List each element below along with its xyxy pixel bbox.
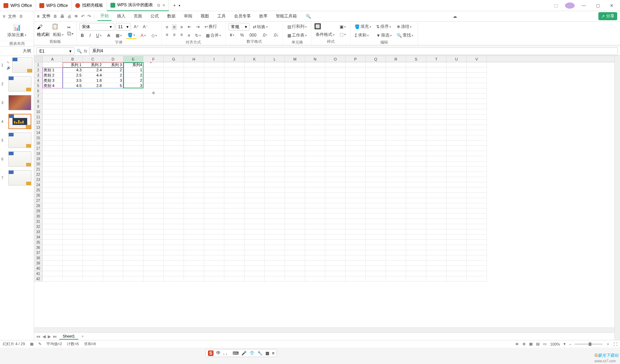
cell[interactable]: [346, 161, 366, 167]
cell[interactable]: [305, 151, 325, 156]
cell[interactable]: [204, 94, 224, 99]
cell[interactable]: [42, 224, 63, 229]
cell[interactable]: [245, 94, 265, 99]
cell[interactable]: [204, 141, 224, 146]
cell[interactable]: [447, 94, 467, 99]
cell[interactable]: [426, 240, 447, 245]
cell[interactable]: [265, 68, 285, 73]
cell[interactable]: [285, 250, 305, 255]
cell[interactable]: [467, 261, 487, 266]
cell[interactable]: [305, 276, 325, 282]
cell[interactable]: [144, 161, 164, 167]
cell[interactable]: [245, 193, 265, 198]
find-button[interactable]: 🔍 查找▾: [395, 32, 415, 39]
cell[interactable]: [83, 208, 103, 214]
cell[interactable]: [63, 245, 83, 250]
cell[interactable]: [42, 88, 63, 94]
cell[interactable]: [63, 203, 83, 208]
cell[interactable]: [204, 167, 224, 172]
row-header[interactable]: 6: [34, 88, 42, 94]
cell[interactable]: [386, 240, 406, 245]
cell[interactable]: [265, 240, 285, 245]
add-sheet-button[interactable]: ＋: [80, 333, 85, 339]
cell[interactable]: [63, 266, 83, 271]
cell[interactable]: [366, 266, 386, 271]
cell[interactable]: [386, 245, 406, 250]
col-header-A[interactable]: A: [42, 56, 63, 62]
cell[interactable]: [305, 193, 325, 198]
cell[interactable]: [366, 156, 386, 161]
cell[interactable]: [426, 193, 447, 198]
cell[interactable]: [245, 73, 265, 78]
cell[interactable]: [224, 120, 245, 125]
zoom-out-button[interactable]: −: [569, 342, 571, 346]
cell[interactable]: [164, 224, 184, 229]
cell[interactable]: [285, 62, 305, 68]
cell[interactable]: [325, 130, 346, 135]
cell[interactable]: [447, 219, 467, 224]
cell[interactable]: [144, 120, 164, 125]
cell[interactable]: [366, 177, 386, 182]
cell[interactable]: [103, 182, 123, 188]
maximize-button[interactable]: ▢: [593, 3, 603, 8]
cell[interactable]: [366, 219, 386, 224]
row-header[interactable]: 20: [34, 161, 42, 167]
cell[interactable]: [63, 177, 83, 182]
cell[interactable]: [144, 224, 164, 229]
cell[interactable]: [42, 135, 63, 141]
cell[interactable]: [83, 177, 103, 182]
cell[interactable]: [123, 177, 144, 182]
cell[interactable]: [42, 130, 63, 135]
cell[interactable]: [245, 135, 265, 141]
cell[interactable]: [467, 130, 487, 135]
cell[interactable]: [305, 114, 325, 120]
number-format-select[interactable]: 常规▾: [228, 23, 249, 31]
cell[interactable]: [164, 94, 184, 99]
cell[interactable]: [184, 229, 204, 235]
cell[interactable]: [285, 83, 305, 88]
cell[interactable]: [325, 245, 346, 250]
cell[interactable]: [123, 146, 144, 151]
cell[interactable]: [204, 240, 224, 245]
cell[interactable]: [224, 250, 245, 255]
cell[interactable]: [224, 151, 245, 156]
cell[interactable]: [83, 94, 103, 99]
cell[interactable]: [366, 135, 386, 141]
cell[interactable]: [346, 172, 366, 177]
cell[interactable]: [285, 141, 305, 146]
cell[interactable]: [224, 68, 245, 73]
cell[interactable]: [164, 146, 184, 151]
cell[interactable]: [386, 219, 406, 224]
cell[interactable]: [366, 255, 386, 261]
cell[interactable]: [285, 208, 305, 214]
cell[interactable]: [83, 266, 103, 271]
cell[interactable]: [63, 219, 83, 224]
cell[interactable]: [184, 177, 204, 182]
cell[interactable]: [265, 141, 285, 146]
cell[interactable]: [386, 125, 406, 130]
cell[interactable]: [406, 261, 426, 266]
cell[interactable]: [123, 224, 144, 229]
cell[interactable]: [305, 235, 325, 240]
cell[interactable]: [386, 235, 406, 240]
new-icon[interactable]: 🗎: [53, 14, 57, 19]
cell[interactable]: [346, 109, 366, 114]
cell[interactable]: [406, 203, 426, 208]
cell[interactable]: [245, 255, 265, 261]
cell[interactable]: [204, 271, 224, 276]
row-header[interactable]: 26: [34, 193, 42, 198]
cell[interactable]: [103, 266, 123, 271]
file-label-left[interactable]: 文件: [8, 14, 16, 19]
cell[interactable]: [406, 73, 426, 78]
strike-button[interactable]: A̶: [106, 32, 111, 39]
tab-template[interactable]: 找稻壳模板: [72, 0, 107, 11]
cell[interactable]: [346, 214, 366, 219]
cell[interactable]: [447, 188, 467, 193]
cell[interactable]: [245, 114, 265, 120]
row-header[interactable]: 38: [34, 255, 42, 261]
row-header[interactable]: 34: [34, 235, 42, 240]
cell[interactable]: [426, 219, 447, 224]
cell[interactable]: [184, 271, 204, 276]
cell[interactable]: 类别 1: [42, 68, 63, 73]
zoom-in-button[interactable]: ＋: [606, 341, 610, 347]
